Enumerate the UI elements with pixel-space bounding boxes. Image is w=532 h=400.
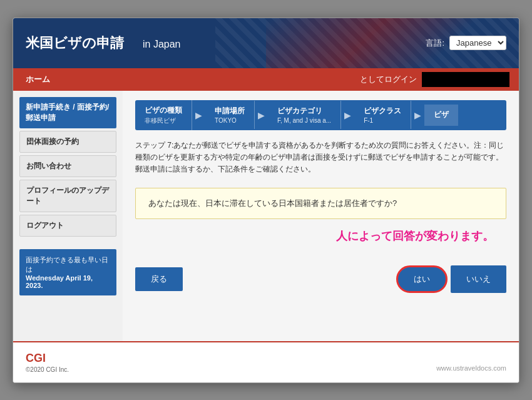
- language-select[interactable]: Japanese English: [449, 36, 506, 50]
- site-subtitle: in Japan: [143, 39, 181, 50]
- new-application-button[interactable]: 新申請手続き / 面接予約/郵送申請: [19, 97, 116, 128]
- footer-right: www.ustraveldocs.com: [436, 362, 506, 373]
- footer: CGI ©2020 CGI Inc. www.ustraveldocs.com: [13, 341, 519, 382]
- yes-no-buttons: はい いいえ: [396, 265, 506, 293]
- no-button[interactable]: いいえ: [451, 265, 506, 293]
- login-display: [422, 72, 509, 87]
- action-buttons: 戻る はい いいえ: [135, 262, 506, 296]
- breadcrumb-arrow-3: ▶: [341, 110, 354, 120]
- breadcrumb-visa-type: ビザの種類 非移民ビザ: [135, 100, 192, 130]
- content-area: ビザの種類 非移民ビザ ▶ 申請場所 TOKYO ▶ ビザカテゴリ F, M, …: [123, 91, 519, 341]
- login-label: としてログイン: [360, 74, 417, 85]
- breadcrumb-class: ビザクラス F-1: [354, 101, 411, 129]
- main-window: 米国ビザの申請 in Japan 言語: Japanese English ホー…: [13, 18, 519, 383]
- header: 米国ビザの申請 in Japan 言語: Japanese English: [13, 18, 519, 68]
- question-text: あなたは現在、日本に滞在している日本国籍者または居住者ですか?: [148, 198, 397, 208]
- website-url: www.ustraveldocs.com: [436, 364, 506, 372]
- navbar: ホーム としてログイン: [13, 68, 519, 91]
- breadcrumb-category: ビザカテゴリ F, M, and J visa a...: [268, 101, 341, 129]
- footer-left: CGI ©2020 CGI Inc.: [26, 352, 69, 373]
- earliest-appointment-date: Wednesday April 19, 2023.: [26, 274, 110, 289]
- cgi-logo: CGI: [26, 352, 69, 365]
- group-interview-button[interactable]: 団体面接の予約: [19, 131, 116, 153]
- question-box: あなたは現在、日本に滞在している日本国籍者または居住者ですか?: [135, 188, 506, 219]
- answer-note: 人によって回答が変わります。: [135, 228, 506, 244]
- breadcrumb-arrow-4: ▶: [411, 110, 424, 120]
- site-title: 米国ビザの申請: [26, 34, 124, 53]
- step-description: ステップ 7:あなたが郵送でビザを申請する資格があるかを判断するため次の質問にお…: [135, 140, 506, 176]
- home-link[interactable]: ホーム: [23, 69, 53, 90]
- lang-label: 言語:: [426, 38, 444, 49]
- sidebar: 新申請手続き / 面接予約/郵送申請 団体面接の予約 お問い合わせ プロフィール…: [13, 91, 123, 341]
- breadcrumb-arrow-2: ▶: [255, 110, 268, 120]
- back-button[interactable]: 戻る: [135, 267, 183, 291]
- main-layout: 新申請手続き / 面接予約/郵送申請 団体面接の予約 お問い合わせ プロフィール…: [13, 91, 519, 341]
- copyright-text: ©2020 CGI Inc.: [26, 366, 69, 373]
- breadcrumb-arrow-1: ▶: [192, 110, 205, 120]
- breadcrumb: ビザの種類 非移民ビザ ▶ 申請場所 TOKYO ▶ ビザカテゴリ F, M, …: [135, 100, 506, 130]
- contact-button[interactable]: お問い合わせ: [19, 155, 116, 177]
- yes-button[interactable]: はい: [396, 265, 448, 293]
- login-section: としてログイン: [360, 72, 509, 87]
- logout-button[interactable]: ログアウト: [19, 215, 116, 237]
- profile-update-button[interactable]: プロフィールのアップデート: [19, 180, 116, 212]
- breadcrumb-visa: ビザ: [424, 105, 458, 126]
- earliest-appointment-box: 面接予約できる最も早い日は Wednesday April 19, 2023.: [19, 249, 116, 295]
- breadcrumb-location: 申請場所 TOKYO: [205, 101, 255, 129]
- earliest-appointment-label: 面接予約できる最も早い日は: [26, 255, 110, 274]
